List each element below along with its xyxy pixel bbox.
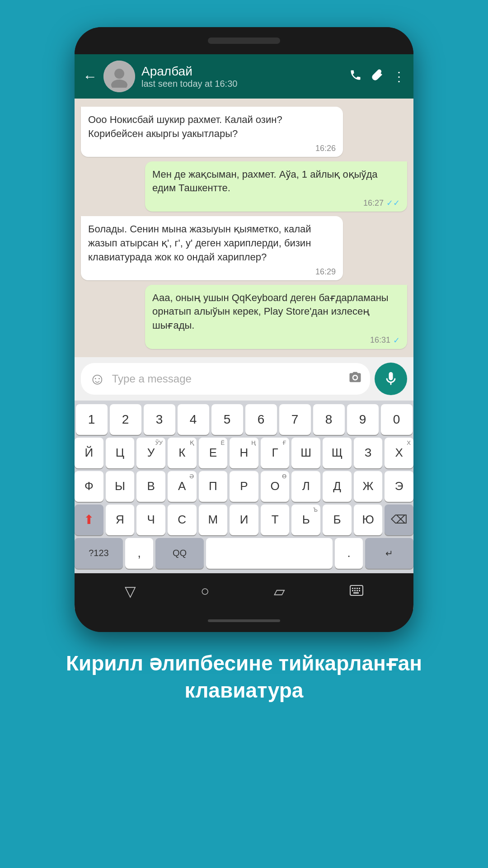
shift-key[interactable]: ⬆ [75,505,103,535]
phone-speaker [208,38,280,44]
message-2-ticks: ✓✓ [386,198,400,208]
message-4-text: Ааа, оның ушын QqKeyboard деген бағдарла… [152,291,400,333]
nav-back-icon[interactable]: ▽ [125,583,136,600]
svg-rect-4 [354,588,356,589]
key-щ[interactable]: Щ [323,438,352,468]
delete-key[interactable]: ⌫ [385,505,413,535]
attach-icon[interactable] [371,69,384,85]
mic-button[interactable] [375,363,407,395]
message-4-time: 16:31 [370,335,390,345]
message-3-meta: 16:29 [88,267,336,277]
key-period[interactable]: . [335,538,363,569]
key-6[interactable]: 6 [245,404,277,435]
keyboard-bottom-row: ?123 , QQ . ↵ [75,538,413,569]
key-ж[interactable]: Ж [354,471,383,502]
key-и[interactable]: И [230,505,258,535]
message-input-box[interactable]: ☺ Type a message [81,363,370,395]
message-4: Ааа, оның ушын QqKeyboard деген бағдарла… [145,285,407,349]
key-9[interactable]: 9 [347,404,379,435]
key-ц[interactable]: Ц [106,438,135,468]
key-2[interactable]: 2 [110,404,141,435]
message-2-text: Мен де жақсыман, рахмет. Аўа, 1 айлық оқ… [152,168,400,196]
key-ф[interactable]: Ф [75,471,103,502]
key-о[interactable]: ОӨ [261,471,290,502]
key-enter[interactable]: ↵ [365,538,413,569]
phone-bottom-bezel [75,609,413,632]
key-й[interactable]: Й [75,438,103,468]
message-1: Ооо Нокисбай шукир рахмет. Калай озин? К… [81,107,343,157]
message-input[interactable]: Type a message [112,373,342,385]
nav-keyboard-icon[interactable] [350,583,363,599]
key-space[interactable] [206,538,333,569]
camera-icon[interactable] [348,370,362,387]
key-с[interactable]: С [168,505,197,535]
chat-header: ← Аралбай last seen today at 16:30 [75,54,413,99]
key-ь[interactable]: ЬЪ [291,505,320,535]
message-3-text: Болады. Сенин мына жазыуын қыяметко, кал… [88,222,336,264]
screen: ← Аралбай last seen today at 16:30 [75,54,413,609]
key-р[interactable]: Р [230,471,258,502]
keyboard-row-1: Й Ц УЎУ КҚ ЕЁ НҢ ГҒ Ш Щ З ХХ [75,438,413,468]
key-у[interactable]: УЎУ [136,438,165,468]
svg-point-1 [111,80,127,88]
avatar [103,61,135,92]
caption-text: Кирилл әлипбесине тийкарланған клавиатур… [27,650,461,704]
key-0[interactable]: 0 [381,404,413,435]
key-4[interactable]: 4 [178,404,209,435]
key-а[interactable]: АӘ [168,471,197,502]
phone-icon[interactable] [349,69,362,85]
key-д[interactable]: Д [323,471,352,502]
keyboard-number-row: 1 2 3 4 5 6 7 8 9 0 [75,404,413,435]
contact-status: last seen today at 16:30 [141,79,343,89]
avatar-image [103,61,135,92]
contact-info: Аралбай last seen today at 16:30 [141,64,343,89]
key-ш[interactable]: Ш [291,438,320,468]
key-1[interactable]: 1 [76,404,108,435]
svg-rect-9 [357,590,358,591]
key-т[interactable]: Т [261,505,290,535]
svg-rect-10 [359,590,360,591]
back-button[interactable]: ← [83,68,97,85]
phone-shell: ← Аралбай last seen today at 16:30 [75,27,413,632]
svg-rect-3 [352,588,353,589]
key-ы[interactable]: Ы [106,471,135,502]
key-к[interactable]: КҚ [168,438,197,468]
message-input-area: ☺ Type a message [75,357,413,401]
key-ч[interactable]: Ч [136,505,165,535]
key-comma[interactable]: , [125,538,153,569]
key-123[interactable]: ?123 [75,538,123,569]
more-icon[interactable]: ⋮ [393,69,405,84]
key-е[interactable]: ЕЁ [199,438,228,468]
phone-top-bezel [75,27,413,54]
message-1-time: 16:26 [315,144,336,153]
key-в[interactable]: В [136,471,165,502]
key-б[interactable]: Б [323,505,352,535]
key-з[interactable]: З [354,438,383,468]
key-8[interactable]: 8 [313,404,345,435]
svg-rect-7 [352,590,353,591]
key-7[interactable]: 7 [279,404,311,435]
key-qq[interactable]: QQ [155,538,204,569]
key-э[interactable]: Э [385,471,413,502]
key-3[interactable]: 3 [144,404,175,435]
key-ю[interactable]: Ю [354,505,383,535]
message-1-text: Ооо Нокисбай шукир рахмет. Калай озин? К… [88,113,336,141]
svg-rect-8 [354,590,356,591]
key-п[interactable]: П [199,471,228,502]
key-5[interactable]: 5 [211,404,243,435]
nav-home-icon[interactable]: ○ [201,583,209,599]
svg-point-0 [114,69,124,79]
key-н[interactable]: НҢ [230,438,258,468]
phone-bottom-bar [208,619,280,622]
keyboard: 1 2 3 4 5 6 7 8 9 0 Й Ц УЎУ КҚ Е [75,401,413,573]
key-х[interactable]: ХХ [385,438,413,468]
key-я[interactable]: Я [106,505,135,535]
key-м[interactable]: М [199,505,228,535]
key-л[interactable]: Л [291,471,320,502]
phone-nav-bar: ▽ ○ ▱ [75,573,413,609]
nav-recents-icon[interactable]: ▱ [274,583,285,600]
message-4-ticks: ✓ [393,335,400,345]
emoji-icon[interactable]: ☺ [89,369,106,388]
contact-name: Аралбай [141,64,343,79]
key-г[interactable]: ГҒ [261,438,290,468]
